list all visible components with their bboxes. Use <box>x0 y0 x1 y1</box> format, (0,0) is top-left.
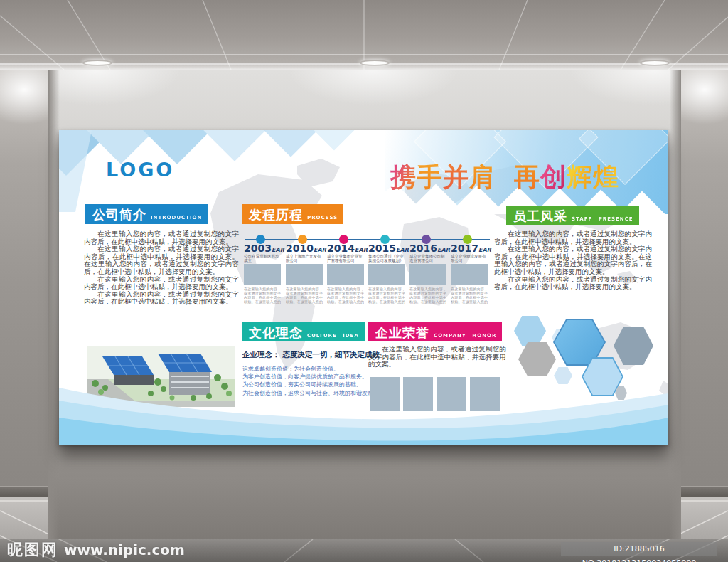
timeline-desc: 在这里输入您的内容，或者通过复制您的文字内容后，在此框中选中粘贴。在这里输入您的… <box>451 287 488 304</box>
intro-paragraph: 在这里输入您的内容，或者通过复制您的文字内容后，在此框中选中粘贴，并选择要用的文… <box>84 291 239 306</box>
timeline-caption: 成立上海地产开发有限公司 <box>286 254 323 263</box>
timeline-desc: 在这里输入您的内容，或者通过复制您的文字内容后，在此框中选中粘贴。在这里输入您的… <box>286 287 323 304</box>
bottom-wave-decor <box>59 379 668 445</box>
watermark-site: 昵图网 www.nipic.com <box>7 539 185 561</box>
timeline-caption: 集团公司通过《企业集团公司发展规划》 <box>368 254 405 263</box>
section-title: 公司简介 <box>92 206 146 223</box>
culture-slogan-label: 企业理念： <box>242 350 280 359</box>
timeline-desc: 在这里输入您的内容，或者通过复制您的文字内容后，在此框中选中粘贴。在这里输入您的… <box>368 287 405 304</box>
slogan-char: 携 <box>390 160 417 195</box>
right-corridor-wall <box>681 70 728 497</box>
timeline-photo-placeholder <box>410 264 446 285</box>
ceiling <box>0 0 728 70</box>
section-title: 文化理念 <box>249 324 303 341</box>
section-header-staff: 员工风采 STAFF PRESENCE <box>506 206 639 225</box>
timeline-year: 2017EAR <box>451 243 491 254</box>
timeline-desc: 在这里输入您的内容，或者通过复制您的文字内容后，在此框中选中粘贴。在这里输入您的… <box>410 287 446 304</box>
timeline-year: 2003EAR <box>244 243 284 254</box>
timeline-photo-placeholder <box>244 264 281 285</box>
section-header-honor: 企业荣誉 COMPANY HONOR <box>368 322 502 341</box>
timeline-photo-placeholder <box>451 264 488 285</box>
intro-text: 在这里输入您的内容，或者通过复制您的文字内容后，在此框中选中粘贴，并选择要用的文… <box>84 230 239 306</box>
right-baseboard <box>681 486 728 497</box>
culture-slogan-text: 态度决定一切，细节决定成败 <box>282 350 380 359</box>
company-logo: LOGO <box>106 159 174 181</box>
timeline-item: 2015EAR 集团公司通过《企业集团公司发展规划》 在这里输入您的内容，或者通… <box>368 228 407 306</box>
section-header-intro: 公司简介 INTRODUCTION <box>85 204 208 224</box>
staff-paragraph: 在这里输入您的内容，或者通过复制您的文字内容后，在此框中选中粘贴，并选择要用的文… <box>494 230 652 245</box>
section-subtitle: STAFF PRESENCE <box>572 216 633 222</box>
timeline-year: 2016EAR <box>410 243 450 254</box>
slogan-char: 手 <box>417 160 443 195</box>
slogan-char: 辉 <box>567 160 593 195</box>
wall-edge-left <box>48 70 60 539</box>
nipic-url: www.nipic.com <box>64 541 185 558</box>
intro-paragraph: 在这里输入您的内容，或者通过复制您的文字内容后，在此框中选中粘贴，并选择要用的文… <box>84 245 239 275</box>
slogan-char: 煌 <box>593 160 619 195</box>
staff-paragraph: 在这里输入您的内容，或者通过复制您的文字内容后，在此框中选中粘贴，并选择要用的文… <box>494 276 652 291</box>
intro-paragraph: 在这里输入您的内容，或者通过复制您的文字内容后，在此框中选中粘贴，并选择要用的文… <box>84 230 239 245</box>
section-header-process: 发程历程 PROCESS <box>242 204 343 224</box>
section-header-culture: 文化理念 CULTURE IDEA <box>242 322 365 341</box>
section-subtitle: PROCESS <box>307 215 338 221</box>
ceiling-grid <box>0 0 728 70</box>
section-title: 企业荣誉 <box>375 324 429 341</box>
culture-wall-board: LOGO 携手并肩再创辉煌 公司简介 INTRODUCTION 在这里输入您的内… <box>59 130 668 445</box>
slogan-char: 再 <box>514 160 540 195</box>
wall-edge-right <box>670 70 681 539</box>
honor-text: 在这里输入您的内容，或者通过复制您的文字内容后，在此框中选中粘贴，并选择要用的文… <box>368 346 506 369</box>
left-corridor-wall <box>0 70 48 497</box>
timeline-desc: 在这里输入您的内容，或者通过复制您的文字内容后，在此框中选中粘贴。在这里输入您的… <box>244 287 281 304</box>
timeline-caption: 成立企业集团企业资产管理有限公司 <box>327 254 364 263</box>
section-title: 发程历程 <box>249 206 303 223</box>
section-subtitle: COMPANY HONOR <box>434 333 496 339</box>
left-baseboard <box>0 486 48 497</box>
timeline-photo-placeholder <box>368 264 405 285</box>
deco-wedge-left <box>59 130 92 212</box>
section-subtitle: INTRODUCTION <box>151 215 202 221</box>
timeline-year: 2010EAR <box>286 243 326 254</box>
timeline-year: 2015EAR <box>368 243 409 254</box>
timeline-caption: 公司在深圳新区起步成立 <box>244 254 281 263</box>
section-subtitle: CULTURE IDEA <box>307 333 359 339</box>
timeline-year: 2014EAR <box>327 243 368 254</box>
timeline-caption: 成立企业物流发展有限公司 <box>451 254 488 263</box>
timeline-photo-placeholder <box>286 264 323 285</box>
staff-paragraph: 在这里输入您的内容，或者通过复制您的文字内容后，在此框中选中粘贴，并选择要用的文… <box>494 245 652 275</box>
intro-paragraph: 在这里输入您的内容，或者通过复制您的文字内容后，在此框中选中粘贴，并选择要用的文… <box>84 276 239 291</box>
timeline-item: 2014EAR 成立企业集团企业资产管理有限公司 在这里输入您的内容，或者通过复… <box>327 228 365 306</box>
section-title: 员工风采 <box>513 208 567 225</box>
culture-value-line: 追求卓越创造价值：为社会创造价值。 <box>242 365 379 373</box>
main-slogan: 携手并肩再创辉煌 <box>390 160 619 195</box>
culture-slogan: 企业理念： 态度决定一切，细节决定成败 <box>242 350 380 360</box>
timeline-photo-placeholder <box>327 264 364 285</box>
slogan-char: 肩 <box>469 160 496 195</box>
slogan-char: 创 <box>540 160 567 195</box>
honor-paragraph: 在这里输入您的内容，或者通过复制您的文字内容后，在此框中选中粘贴，并选择要用的文… <box>368 346 506 369</box>
timeline-caption: 成立企业集团公司制造业管理公司 <box>410 254 446 263</box>
showroom-scene: LOGO 携手并肩再创辉煌 公司简介 INTRODUCTION 在这里输入您的内… <box>0 0 728 562</box>
watermark-image-id: ID:21885016 NO:20181213150024055000 <box>561 542 717 556</box>
staff-text: 在这里输入您的内容，或者通过复制您的文字内容后，在此框中选中粘贴，并选择要用的文… <box>494 230 652 291</box>
timeline-item: 2010EAR 成立上海地产开发有限公司 在这里输入您的内容，或者通过复制您的文… <box>286 228 324 306</box>
nipic-logo: 昵图网 <box>7 539 58 561</box>
timeline-desc: 在这里输入您的内容，或者通过复制您的文字内容后，在此框中选中粘贴。在这里输入您的… <box>327 287 364 304</box>
slogan-char: 并 <box>443 160 469 195</box>
timeline-item: 2016EAR 成立企业集团公司制造业管理公司 在这里输入您的内容，或者通过复制… <box>410 228 448 306</box>
timeline-item: 2017EAR 成立企业物流发展有限公司 在这里输入您的内容，或者通过复制您的文… <box>451 228 489 306</box>
timeline-item: 2003EAR 公司在深圳新区起步成立 在这里输入您的内容，或者通过复制您的文字… <box>244 228 282 306</box>
